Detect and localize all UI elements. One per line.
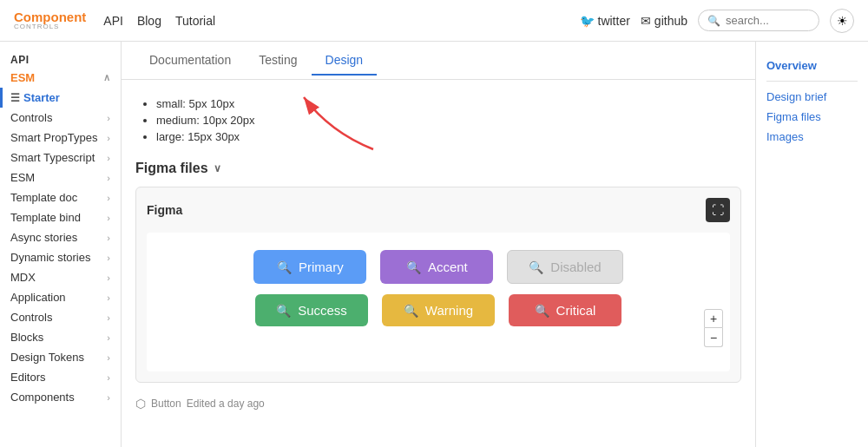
list-item: small: 5px 10px [156, 97, 741, 110]
preview-button-accent[interactable]: 🔍 Accent [380, 250, 493, 284]
figma-footer: ⬡ Button Edited a day ago [135, 397, 741, 411]
zoom-controls: + − [704, 309, 723, 347]
sidebar-item-label: MDX [10, 271, 36, 284]
button-label: Critical [556, 303, 596, 318]
chevron-icon: › [107, 332, 110, 343]
chevron-icon: › [107, 312, 110, 323]
sidebar-item-editors[interactable]: Editors › [0, 367, 121, 387]
sidebar-item-label: Async stories [10, 231, 77, 244]
sidebar-item-blocks[interactable]: Blocks › [0, 327, 121, 347]
chevron-icon: › [107, 372, 110, 383]
chevron-icon: › [107, 153, 110, 163]
sidebar-item-label: Blocks [10, 331, 43, 344]
search-icon: 🔍 [535, 304, 549, 318]
sidebar-item-label: ESM [10, 71, 35, 84]
sidebar-item-components[interactable]: Components › [0, 387, 121, 407]
sidebar-item-mdx[interactable]: MDX › [0, 267, 121, 287]
header-nav: API Blog Tutorial [103, 14, 579, 28]
right-sidebar-item-design-brief[interactable]: Design brief [766, 87, 858, 107]
right-sidebar-item-overview[interactable]: Overview [766, 56, 858, 76]
figma-card-title: Figma [147, 203, 182, 217]
sidebar-item-label: Dynamic stories [10, 251, 90, 264]
button-label: Warning [425, 303, 473, 318]
figma-section-header[interactable]: Figma files ∨ [135, 161, 741, 176]
preview-button-critical[interactable]: 🔍 Critical [509, 294, 621, 326]
tabs: Documentation Testing Design [122, 42, 755, 80]
sidebar-item-label: Components [10, 391, 75, 404]
right-sidebar: Overview Design brief Figma files Images [755, 42, 868, 447]
button-label: Primary [299, 260, 344, 274]
sidebar-item-controls[interactable]: Controls › [0, 108, 121, 128]
tab-content: small: 5px 10px medium: 10px 20px large:… [122, 80, 755, 424]
tab-design[interactable]: Design [312, 46, 378, 76]
button-label: Accent [428, 260, 468, 274]
sidebar-item-async-stories[interactable]: Async stories › [0, 227, 121, 247]
sidebar-item-smart-typescript[interactable]: Smart Typescript › [0, 148, 121, 168]
chevron-icon: › [107, 293, 110, 303]
nav-blog[interactable]: Blog [137, 14, 161, 28]
search-icon: 🔍 [277, 260, 292, 274]
search-input[interactable] [726, 14, 810, 27]
search-box[interactable]: 🔍 [698, 10, 819, 31]
layout: API ESM ∧ ☰ Starter Controls › Smart Pro… [0, 42, 868, 447]
list-item: large: 15px 30px [156, 130, 741, 143]
right-sidebar-item-figma-files[interactable]: Figma files [766, 107, 858, 127]
sidebar-item-label: Application [10, 291, 66, 304]
logo: Component Controls [14, 10, 86, 30]
preview-button-primary[interactable]: 🔍 Primary [253, 250, 366, 284]
sidebar-item-smart-proptypes[interactable]: Smart PropTypes › [0, 128, 121, 148]
sidebar-item-esm-2[interactable]: ESM › [0, 168, 121, 187]
search-icon: 🔍 [529, 260, 543, 274]
chevron-icon: › [107, 273, 110, 283]
chevron-icon: › [107, 173, 110, 183]
twitter-link[interactable]: 🐦 twitter [580, 14, 630, 28]
github-link[interactable]: ✉ github [641, 14, 687, 28]
sidebar-section-api: API [0, 49, 121, 68]
figma-expand-button[interactable]: ⛶ [706, 198, 730, 222]
preview-button-disabled: 🔍 Disabled [507, 250, 622, 284]
chevron-icon: › [107, 352, 110, 363]
chevron-icon: › [107, 193, 110, 203]
header-right: 🐦 twitter ✉ github 🔍 ☀ [580, 9, 855, 33]
sidebar-item-design-tokens[interactable]: Design Tokens › [0, 347, 121, 367]
sidebar-item-template-doc[interactable]: Template doc › [0, 187, 121, 207]
sidebar-item-esm-top[interactable]: ESM ∧ [0, 68, 121, 88]
twitter-label: twitter [598, 14, 630, 28]
sidebar-item-starter[interactable]: ☰ Starter [0, 88, 121, 108]
chevron-icon: › [107, 253, 110, 263]
figma-card: Figma ⛶ 🔍 Primary 🔍 Accent [135, 187, 741, 383]
theme-toggle-button[interactable]: ☀ [830, 9, 854, 33]
right-sidebar-item-images[interactable]: Images [766, 127, 858, 147]
search-icon: 🔍 [404, 304, 418, 318]
sidebar-item-application[interactable]: Application › [0, 287, 121, 307]
sidebar-item-label: Controls [10, 311, 52, 324]
figma-section-label: Figma files [135, 161, 208, 176]
starter-icon: ☰ Starter [10, 91, 60, 104]
sidebar-item-dynamic-stories[interactable]: Dynamic stories › [0, 247, 121, 267]
zoom-out-button[interactable]: − [704, 328, 723, 347]
zoom-in-button[interactable]: + [704, 309, 723, 328]
logo-area[interactable]: Component Controls [14, 10, 86, 30]
button-label: Disabled [550, 260, 601, 274]
search-icon: 🔍 [707, 15, 720, 27]
buttons-preview: 🔍 Primary 🔍 Accent 🔍 Disabled [147, 233, 730, 371]
chevron-icon: › [107, 133, 110, 143]
preview-button-success[interactable]: 🔍 Success [255, 294, 368, 326]
sidebar-item-label: Controls [10, 111, 52, 124]
sidebar-item-label: Smart Typescript [10, 151, 95, 164]
preview-button-warning[interactable]: 🔍 Warning [382, 294, 495, 326]
nav-api[interactable]: API [103, 14, 123, 28]
button-label: Success [298, 303, 347, 318]
figma-card-header: Figma ⛶ [147, 198, 730, 222]
tab-documentation[interactable]: Documentation [135, 46, 245, 76]
tab-testing[interactable]: Testing [245, 46, 311, 76]
right-sidebar-divider [766, 81, 858, 82]
buttons-row-1: 🔍 Primary 🔍 Accent 🔍 Disabled [253, 250, 622, 284]
search-icon: 🔍 [406, 260, 421, 274]
sidebar-item-controls-2[interactable]: Controls › [0, 307, 121, 327]
nav-tutorial[interactable]: Tutorial [175, 14, 215, 28]
bullet-list: small: 5px 10px medium: 10px 20px large:… [135, 97, 741, 143]
sidebar-item-template-bind[interactable]: Template bind › [0, 207, 121, 227]
chevron-icon: › [107, 233, 110, 243]
github-label: github [654, 14, 687, 28]
